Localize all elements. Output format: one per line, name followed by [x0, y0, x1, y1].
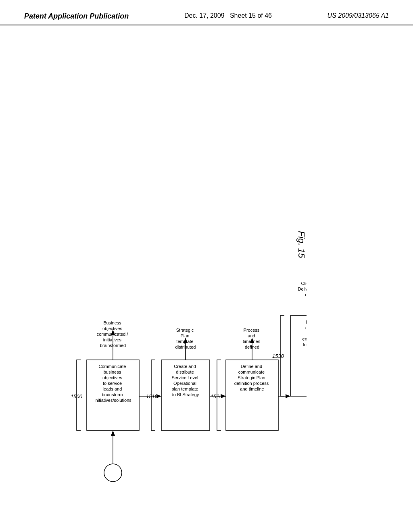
svg-text:Fig. 15: Fig. 15: [296, 231, 307, 258]
publication-date: Dec. 17, 2009: [184, 12, 225, 19]
sheet-info: Sheet 15 of 46: [230, 12, 272, 19]
svg-text:1520: 1520: [211, 393, 223, 399]
flow-diagram: Communicate business objectives to servi…: [24, 37, 307, 505]
page-header: Patent Application Publication Dec. 17, …: [0, 0, 413, 25]
publication-date-sheet: Dec. 17, 2009 Sheet 15 of 46: [184, 12, 272, 19]
svg-rect-27: [290, 316, 307, 396]
svg-marker-26: [286, 394, 290, 398]
svg-text:1510: 1510: [146, 393, 158, 399]
svg-marker-2: [111, 430, 115, 436]
svg-text:Establish
      deadlines
    : Establish deadlines and QA expectations …: [302, 320, 307, 353]
svg-text:Define and
      communicate
 : Define and communicate Strategic Plan de…: [234, 364, 270, 391]
svg-point-0: [104, 464, 122, 482]
diagram-area: Communicate business objectives to servi…: [0, 25, 413, 509]
svg-text:Create and
      distribute
  : Create and distribute Service Level Oper…: [171, 364, 199, 397]
svg-text:Business
      objectives
    : Business objectives communicated / initi…: [97, 320, 129, 348]
patent-number: US 2009/0313065 A1: [327, 12, 389, 19]
svg-text:1530: 1530: [272, 353, 284, 359]
svg-text:Client Service
      Delivery : Client Service Delivery Strategy complet…: [298, 281, 307, 297]
publication-title: Patent Application Publication: [24, 12, 129, 21]
svg-text:Communicate
      business
   : Communicate business objectives to servi…: [94, 364, 131, 403]
